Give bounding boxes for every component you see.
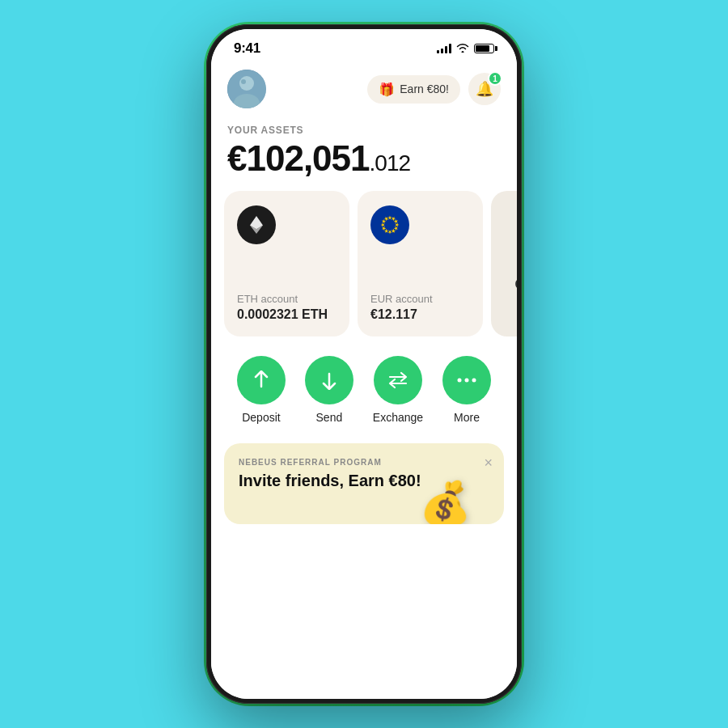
phone-frame: 9:41 <box>206 24 522 704</box>
eth-card[interactable]: ETH account 0.0002321 ETH <box>224 191 349 336</box>
eth-card-value: 0.0002321 ETH <box>237 307 336 322</box>
referral-banner[interactable]: NEBEUS REFERRAL PROGRAM Invite friends, … <box>224 443 504 524</box>
eth-icon <box>237 205 276 244</box>
status-time: 9:41 <box>234 40 260 57</box>
earn-button-label: Earn €80! <box>400 83 449 95</box>
cards-section: ETH account 0.0002321 ETH <box>211 191 517 336</box>
exchange-action[interactable]: Exchange <box>373 356 423 424</box>
svg-point-1 <box>239 76 254 91</box>
eur-card-value: €12.117 <box>370 307 470 322</box>
signal-icon <box>437 44 451 53</box>
avatar[interactable] <box>227 70 266 108</box>
deposit-label: Deposit <box>242 411 280 424</box>
earn-button[interactable]: 🎁 Earn €80! <box>367 75 460 104</box>
svg-point-19 <box>472 379 476 383</box>
more-action[interactable]: More <box>442 356 491 424</box>
actions-section: Deposit Send <box>211 336 517 437</box>
exchange-button[interactable] <box>374 356 422 404</box>
open-label: Open <box>515 277 517 292</box>
eur-card-label: EUR account <box>370 293 470 305</box>
notification-button[interactable]: 🔔 1 <box>468 73 501 105</box>
exchange-label: Exchange <box>373 411 423 424</box>
banner-image: 💰 <box>419 479 472 524</box>
close-icon: × <box>484 455 493 471</box>
svg-point-17 <box>458 379 462 383</box>
status-icons <box>437 43 494 55</box>
svg-point-4 <box>372 207 408 243</box>
send-label: Send <box>316 411 343 424</box>
wifi-icon <box>456 43 469 55</box>
svg-point-18 <box>465 379 469 383</box>
assets-amount-decimal: .012 <box>370 150 411 176</box>
more-label: More <box>454 411 480 424</box>
eth-card-label: ETH account <box>237 293 336 305</box>
status-bar: 9:41 <box>211 29 517 63</box>
assets-amount: €102,051.012 <box>227 139 501 178</box>
banner-tag: NEBEUS REFERRAL PROGRAM <box>239 458 489 467</box>
assets-label: YOUR ASSETS <box>227 125 501 136</box>
eur-card[interactable]: EUR account €12.117 <box>358 191 483 336</box>
header: 🎁 Earn €80! 🔔 1 <box>211 63 517 118</box>
app-content: 🎁 Earn €80! 🔔 1 YOUR ASSETS €102,051.012 <box>211 63 517 699</box>
send-button[interactable] <box>305 356 353 404</box>
eur-icon <box>370 205 409 244</box>
eth-card-info: ETH account 0.0002321 ETH <box>237 293 336 322</box>
gift-icon: 🎁 <box>379 82 395 97</box>
battery-icon <box>474 44 494 53</box>
add-account-card[interactable]: + Open <box>491 191 517 336</box>
banner-close-button[interactable]: × <box>484 455 493 472</box>
phone-screen: 9:41 <box>211 29 517 699</box>
eur-card-info: EUR account €12.117 <box>370 293 470 322</box>
assets-amount-main: €102,051 <box>227 138 370 178</box>
deposit-button[interactable] <box>237 356 286 404</box>
more-button[interactable] <box>442 356 491 404</box>
deposit-action[interactable]: Deposit <box>237 356 286 424</box>
svg-point-3 <box>241 79 246 84</box>
assets-section: YOUR ASSETS €102,051.012 <box>211 118 517 191</box>
send-action[interactable]: Send <box>305 356 353 424</box>
notification-badge: 1 <box>488 71 502 86</box>
header-right: 🎁 Earn €80! 🔔 1 <box>367 73 501 105</box>
